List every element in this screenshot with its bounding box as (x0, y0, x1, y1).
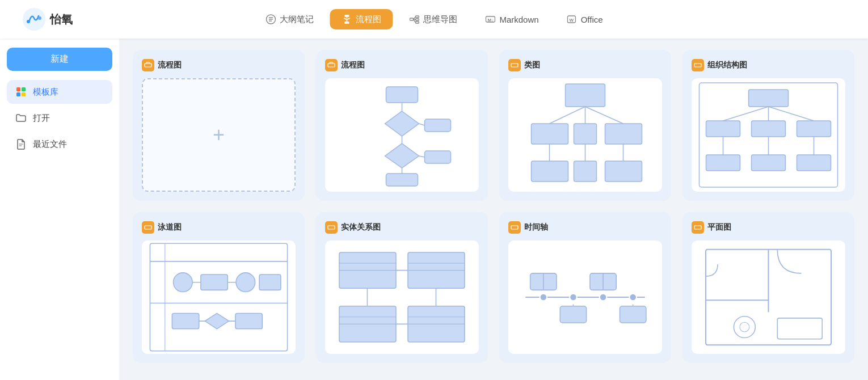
preview-floorplan (692, 240, 845, 354)
svg-rect-61 (150, 243, 287, 351)
svg-marker-23 (385, 143, 419, 168)
tab-office[interactable]: W Office (555, 9, 614, 29)
preview-org (692, 78, 845, 192)
svg-rect-24 (425, 151, 451, 163)
svg-rect-50 (797, 121, 831, 137)
file-icon (15, 138, 27, 150)
svg-point-2 (38, 16, 41, 20)
tab-markdown-label: Markdown (499, 15, 538, 24)
svg-rect-6 (410, 18, 413, 20)
card-badge-class (508, 59, 521, 71)
svg-line-27 (419, 124, 425, 125)
card-badge-org (692, 59, 704, 71)
preview-class (508, 78, 662, 192)
card-title-new: 流程图 (142, 59, 296, 71)
tab-flowchart-label: 流程图 (356, 14, 381, 25)
svg-rect-113 (777, 318, 822, 339)
main-layout: 新建 模板库 打开 (0, 39, 868, 380)
template-card-er[interactable]: 实体关系图 (316, 212, 488, 363)
tab-mindmap[interactable]: 思维导图 (397, 9, 469, 29)
svg-rect-45 (694, 64, 701, 67)
new-button[interactable]: 新建 (7, 48, 112, 71)
svg-line-41 (585, 107, 623, 124)
svg-rect-4 (344, 15, 349, 17)
content-area: 流程图 + 流程图 (119, 39, 868, 380)
preview-swimlane (142, 240, 296, 354)
template-card-swimlane[interactable]: 泳道图 (133, 212, 305, 363)
template-card-class[interactable]: 类图 (499, 50, 671, 201)
svg-rect-33 (532, 124, 568, 144)
tab-mindmap-label: 思维导图 (423, 14, 457, 25)
card-title-org: 组织结构图 (692, 59, 845, 71)
template-card-new[interactable]: 流程图 + (133, 50, 305, 201)
sidebar-item-recent-label: 最近文件 (33, 139, 67, 150)
card-title-class: 类图 (508, 59, 662, 71)
card-badge-er (325, 221, 338, 234)
card-badge-floorplan (692, 221, 704, 234)
svg-rect-25 (386, 174, 418, 186)
card-badge-timeline (508, 221, 521, 234)
card-title-floorplan: 平面图 (692, 221, 845, 234)
svg-point-65 (174, 273, 193, 292)
svg-rect-101 (560, 306, 586, 323)
template-card-org[interactable]: 组织结构图 (682, 50, 854, 201)
card-title-swimlane: 泳道图 (142, 221, 296, 234)
tab-outline[interactable]: 大纲笔记 (254, 9, 325, 29)
template-card-flowchart[interactable]: 流程图 (316, 50, 488, 201)
svg-point-67 (236, 273, 255, 292)
svg-marker-21 (385, 111, 419, 136)
svg-rect-8 (415, 19, 419, 20)
svg-rect-93 (511, 226, 518, 229)
card-title-er: 实体关系图 (325, 221, 479, 234)
svg-rect-14 (16, 87, 20, 91)
svg-rect-35 (605, 124, 642, 144)
svg-text:M↓: M↓ (487, 18, 494, 23)
svg-rect-34 (574, 124, 597, 144)
svg-rect-20 (386, 87, 418, 103)
templates-grid: 流程图 + 流程图 (133, 50, 854, 363)
svg-rect-18 (145, 64, 151, 67)
svg-point-112 (740, 322, 749, 332)
sidebar-item-recent[interactable]: 最近文件 (7, 132, 112, 156)
svg-rect-5 (344, 22, 349, 24)
card-badge-new (142, 59, 154, 71)
svg-point-98 (629, 294, 637, 301)
svg-point-1 (27, 20, 30, 23)
svg-rect-7 (415, 16, 419, 18)
svg-line-39 (550, 107, 585, 124)
svg-rect-17 (22, 92, 26, 96)
svg-line-29 (419, 156, 425, 157)
flowchart-icon (341, 14, 352, 25)
sidebar-item-open-label: 打开 (33, 113, 50, 124)
svg-rect-53 (797, 155, 831, 171)
template-card-timeline[interactable]: 时间轴 (499, 212, 671, 363)
tab-markdown[interactable]: M↓ Markdown (473, 9, 550, 29)
svg-line-54 (723, 107, 769, 121)
svg-rect-47 (749, 90, 789, 107)
svg-point-97 (600, 294, 607, 301)
markdown-icon: M↓ (484, 14, 496, 25)
svg-rect-15 (22, 87, 26, 91)
svg-rect-66 (201, 275, 227, 290)
sidebar-item-templates-label: 模板库 (33, 87, 58, 98)
svg-rect-48 (706, 121, 740, 137)
outline-icon (265, 14, 276, 25)
svg-point-96 (570, 294, 577, 301)
preview-flowchart (325, 78, 479, 192)
svg-rect-32 (566, 84, 605, 107)
svg-rect-19 (328, 64, 335, 67)
template-card-floorplan[interactable]: 平面图 (682, 212, 854, 363)
svg-rect-51 (706, 155, 740, 171)
svg-rect-37 (574, 161, 597, 181)
header: 怡氧 大纲笔记 流程图 思维导图 M↓ Mar (0, 0, 868, 39)
tab-office-label: Office (581, 15, 603, 24)
card-title-flowchart: 流程图 (325, 59, 479, 71)
svg-text:W: W (570, 18, 574, 23)
sidebar-item-open[interactable]: 打开 (7, 106, 112, 130)
svg-rect-107 (694, 226, 701, 229)
tab-flowchart[interactable]: 流程图 (330, 9, 393, 29)
sidebar-item-templates[interactable]: 模板库 (7, 80, 112, 104)
svg-rect-52 (752, 155, 786, 171)
nav-tabs: 大纲笔记 流程图 思维导图 M↓ Markdown W (254, 9, 614, 29)
svg-point-95 (540, 294, 547, 301)
